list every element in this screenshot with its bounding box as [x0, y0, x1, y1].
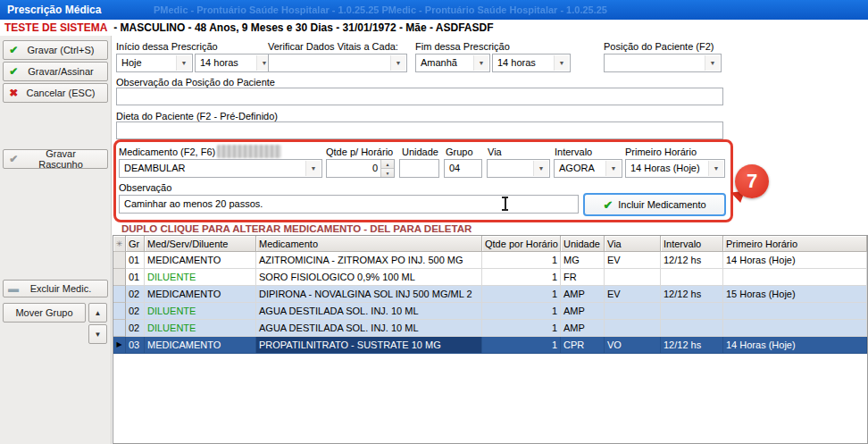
col-header-medicamento[interactable]: Medicamento [256, 236, 482, 252]
cell-tipo: DILUENTE [145, 303, 256, 320]
text-cursor-ibeam [500, 197, 510, 212]
cell-via [605, 269, 661, 286]
intervalo-label: Intervalo [555, 147, 592, 157]
col-header-horario[interactable]: Primeiro Horário [723, 236, 867, 252]
inicio-dia-select[interactable]: Hoje ▼ [116, 54, 193, 72]
cell-horario [723, 320, 867, 337]
row-indicator [113, 269, 126, 286]
obs-posicao-input[interactable] [116, 88, 723, 105]
cell-unidade: AMP [561, 303, 605, 320]
table-row[interactable]: 01 DILUENTE SORO FISIOLOGICO 0,9% 100 ML… [113, 269, 867, 286]
col-header-intervalo[interactable]: Intervalo [661, 236, 723, 252]
cell-gr: 02 [126, 286, 145, 303]
delete-medication-button-label: Excluir Medic. [23, 283, 107, 294]
medicamento-select[interactable]: DEAMBULAR ▼ [119, 159, 322, 178]
unidade-label: Unidade [402, 147, 438, 157]
cell-unidade: MG [561, 252, 605, 269]
check-icon: ✔ [603, 198, 613, 212]
dieta-paciente-input[interactable] [116, 121, 723, 139]
cell-gr: 01 [126, 269, 145, 286]
primeiro-horario-select[interactable]: 14 Horas (Hoje) ▼ [625, 159, 725, 178]
inicio-hora-select[interactable]: 14 horas ▼ [195, 54, 273, 72]
delete-medication-button[interactable]: ▬ Excluir Medic. [3, 280, 108, 297]
cell-horario [723, 269, 867, 286]
dados-vitais-select[interactable]: ▼ [268, 54, 407, 72]
cell-qtde: 1 [482, 320, 561, 337]
cell-intervalo [661, 269, 723, 286]
fim-hora-value: 14 horas [497, 57, 536, 68]
inicio-hora-value: 14 horas [200, 57, 238, 68]
dropdown-arrow-icon: ▼ [605, 161, 621, 176]
cell-tipo: MEDICAMENTO [145, 252, 256, 269]
patient-name: TESTE DE SISTEMA [4, 21, 107, 34]
col-header-qtde[interactable]: Qtde por Horário [482, 236, 561, 252]
cell-unidade: FR [561, 269, 605, 286]
cell-unidade: CPR [561, 337, 605, 354]
indicator-header: ✳ [113, 236, 126, 252]
save-button[interactable]: ✔ Gravar (Ctrl+S) [3, 40, 108, 60]
qtde-value: 0 [327, 160, 380, 177]
qtde-stepper[interactable]: 0 ▲ ▼ [326, 159, 395, 178]
dropdown-arrow-icon: ▼ [705, 55, 720, 71]
stepper-up-icon[interactable]: ▲ [381, 160, 394, 169]
sidebar: ✔ Gravar (Ctrl+S) ✔ Gravar/Assinar ✖ Can… [0, 36, 112, 444]
move-group-button-label: Mover Grupo [4, 307, 85, 318]
row-indicator [113, 286, 126, 303]
table-row[interactable]: 02 DILUENTE AGUA DESTILADA SOL. INJ. 10 … [113, 320, 867, 337]
col-header-gr[interactable]: Gr [126, 236, 145, 252]
asterisk-icon: ✳ [116, 239, 123, 248]
fim-dia-value: Amanhã [421, 57, 457, 68]
cancel-button-label: Cancelar (ESC) [23, 88, 107, 98]
intervalo-select[interactable]: AGORA ▼ [554, 159, 622, 178]
move-group-button[interactable]: Mover Grupo [3, 303, 86, 323]
cell-tipo: MEDICAMENTO [145, 286, 256, 303]
move-group-down-button[interactable]: ▼ [88, 324, 107, 344]
cell-intervalo: 12/12 hs [661, 337, 723, 354]
medicamento-value: DEAMBULAR [124, 163, 185, 173]
table-row-selected[interactable]: ▶ 03 MEDICAMENTO PROPATILNITRATO - SUSTR… [113, 337, 867, 354]
incluir-medicamento-label: Incluir Medicamento [618, 199, 705, 210]
via-select[interactable]: ▼ [487, 159, 550, 178]
dropdown-arrow-icon: ▼ [708, 161, 723, 176]
table-row[interactable]: 02 MEDICAMENTO DIPIRONA - NOVALGINA SOL … [113, 286, 867, 303]
cell-intervalo: 12/12 hs [661, 252, 723, 269]
grupo-label: Grupo [446, 147, 473, 157]
dropdown-arrow-icon: ▼ [473, 55, 488, 71]
save-sign-button-label: Gravar/Assinar [23, 66, 107, 77]
cell-medicamento: SORO FISIOLOGICO 0,9% 100 ML [256, 269, 482, 286]
cell-medicamento: AZITROMICINA - ZITROMAX PO INJ. 500 MG [256, 252, 482, 269]
cell-horario [723, 303, 867, 320]
row-indicator [113, 252, 126, 269]
medication-grid: ✳ Gr Med/Serv/Diluente Medicamento Qtde … [113, 235, 868, 444]
col-header-via[interactable]: Via [605, 236, 661, 252]
cell-tipo: MEDICAMENTO [145, 337, 256, 354]
row-indicator: ▶ [113, 337, 126, 354]
dropdown-arrow-icon: ▼ [390, 55, 405, 71]
arrow-up-icon: ▲ [95, 309, 102, 317]
table-row[interactable]: 02 DILUENTE AGUA DESTILADA SOL. INJ. 10 … [113, 303, 867, 320]
arrow-down-icon: ▼ [95, 331, 102, 339]
save-sign-button[interactable]: ✔ Gravar/Assinar [3, 62, 108, 81]
cross-icon: ✖ [4, 87, 23, 99]
col-header-tipo[interactable]: Med/Serv/Diluente [145, 236, 256, 252]
table-row[interactable]: 01 MEDICAMENTO AZITROMICINA - ZITROMAX P… [113, 252, 867, 269]
save-draft-button[interactable]: ✔ Gravar Rascunho [3, 149, 108, 169]
incluir-medicamento-button[interactable]: ✔ Incluir Medicamento [583, 193, 726, 216]
cancel-button[interactable]: ✖ Cancelar (ESC) [3, 83, 108, 103]
intervalo-value: AGORA [559, 163, 595, 173]
observacao-label: Observação [119, 182, 171, 193]
unidade-input[interactable] [399, 159, 439, 178]
grid-hint: DUPLO CLIQUE PARA ALTERAR MEDICAMENTO - … [121, 223, 472, 234]
posicao-paciente-select[interactable]: ▼ [604, 54, 722, 72]
fim-hora-select[interactable]: 14 horas ▼ [492, 54, 571, 72]
grupo-input[interactable]: 04 [444, 159, 482, 178]
cell-via: VO [605, 337, 661, 354]
fim-dia-select[interactable]: Amanhã ▼ [415, 54, 490, 72]
move-group-up-button[interactable]: ▲ [88, 303, 107, 323]
cell-qtde: 1 [482, 337, 561, 354]
posicao-paciente-label: Posição do Paciente (F2) [604, 41, 714, 52]
col-header-unidade[interactable]: Unidade [561, 236, 605, 252]
cell-via: EV [605, 286, 661, 303]
stepper-down-icon[interactable]: ▼ [381, 169, 394, 177]
minus-icon: ▬ [4, 282, 23, 295]
